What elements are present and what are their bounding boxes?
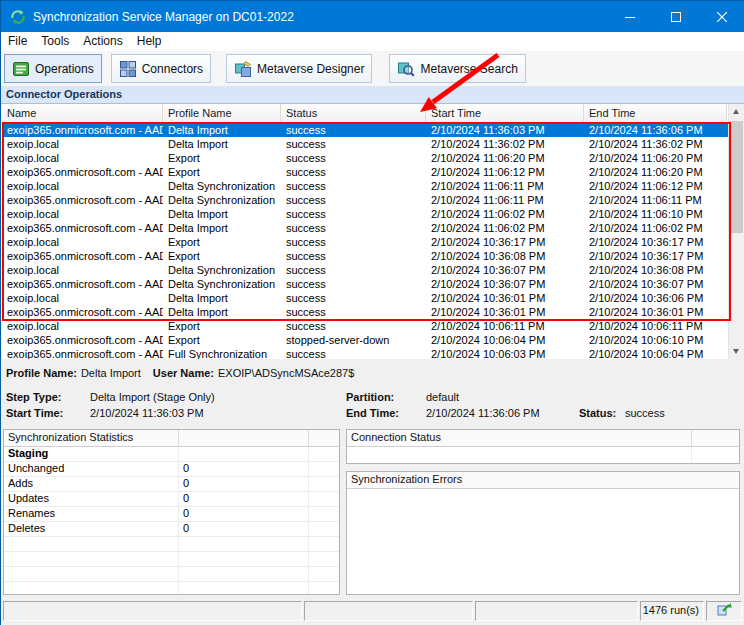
- start-time-label: Start Time:: [6, 407, 90, 419]
- table-row[interactable]: exoip.localDelta Synchronizationsuccess2…: [2, 179, 743, 193]
- cell-profile: Delta Import: [163, 291, 281, 305]
- cell-status: success: [281, 165, 426, 179]
- table-row[interactable]: exoip.localExportsuccess2/10/2024 10:36:…: [2, 235, 743, 249]
- cell-name: exoip.local: [2, 137, 163, 151]
- cell-end: 2/10/2024 10:36:01 PM: [584, 305, 727, 319]
- stats-row: Updates0: [4, 492, 339, 507]
- stats-value: 0: [179, 462, 309, 476]
- toolbar-button-label: Metaverse Search: [420, 62, 517, 76]
- app-window: Synchronization Service Manager on DC01-…: [0, 0, 744, 625]
- menu-item-help[interactable]: Help: [130, 32, 169, 51]
- vertical-scrollbar[interactable]: [728, 104, 743, 359]
- minimize-button[interactable]: [607, 1, 653, 32]
- toolbar-button-label: Metaverse Designer: [257, 62, 364, 76]
- table-row[interactable]: exoip365.onmicrosoft.com - AADDelta Sync…: [2, 193, 743, 207]
- partition-value: default: [426, 391, 459, 403]
- stats-body: StagingUnchanged0Adds0Updates0Renames0De…: [4, 447, 339, 595]
- cell-status: success: [281, 249, 426, 263]
- table-row[interactable]: exoip.localDelta Importsuccess2/10/2024 …: [2, 137, 743, 151]
- partition-label: Partition:: [346, 391, 426, 403]
- column-header-status[interactable]: Status: [281, 104, 426, 123]
- cell-profile: Delta Synchronization: [163, 193, 281, 207]
- toolbar-button-operations[interactable]: Operations: [4, 54, 102, 83]
- connection-panel-header-spacer: [692, 430, 739, 446]
- stats-panel-header-spacer: [179, 430, 309, 446]
- cell-status: success: [281, 319, 426, 333]
- cell-end: 2/10/2024 10:36:17 PM: [584, 249, 727, 263]
- table-row[interactable]: exoip365.onmicrosoft.com - AADDelta Sync…: [2, 277, 743, 291]
- chevron-up-icon: [733, 109, 739, 114]
- menu-item-tools[interactable]: Tools: [34, 32, 76, 51]
- cell-profile: Delta Import: [163, 221, 281, 235]
- stats-empty-row: [4, 567, 339, 582]
- cell-end: 2/10/2024 10:06:10 PM: [584, 333, 727, 347]
- cell-name: exoip.local: [2, 263, 163, 277]
- operations-icon: [12, 60, 30, 78]
- cell-profile: Export: [163, 333, 281, 347]
- cell-status: success: [281, 221, 426, 235]
- table-row[interactable]: exoip.localDelta Importsuccess2/10/2024 …: [2, 291, 743, 305]
- table-row[interactable]: exoip365.onmicrosoft.com - AADDelta Impo…: [2, 221, 743, 235]
- stats-label: Unchanged: [4, 462, 179, 476]
- table-row[interactable]: exoip365.onmicrosoft.com - AADDelta Impo…: [2, 123, 743, 137]
- table-row[interactable]: exoip.localDelta Importsuccess2/10/2024 …: [2, 207, 743, 221]
- table-row[interactable]: exoip.localDelta Synchronizationsuccess2…: [2, 263, 743, 277]
- cell-end: 2/10/2024 10:36:08 PM: [584, 263, 727, 277]
- column-header-name[interactable]: Name: [2, 104, 163, 123]
- table-row[interactable]: exoip365.onmicrosoft.com - AADExportsucc…: [2, 249, 743, 263]
- table-row[interactable]: exoip.localExportsuccess2/10/2024 11:06:…: [2, 151, 743, 165]
- cell-end: 2/10/2024 11:06:02 PM: [584, 221, 727, 235]
- column-header-start[interactable]: Start Time: [426, 104, 584, 123]
- cell-profile: Delta Synchronization: [163, 277, 281, 291]
- scroll-down-button[interactable]: [729, 344, 743, 359]
- maximize-button[interactable]: [653, 1, 699, 32]
- profile-name-label: Profile Name:: [6, 367, 77, 379]
- metaverse-search-icon: [397, 60, 415, 78]
- step-type-label: Step Type:: [6, 391, 90, 403]
- run-count: 1476 run(s): [640, 601, 704, 621]
- table-row[interactable]: exoip365.onmicrosoft.com - AADExportstop…: [2, 333, 743, 347]
- stats-empty-value: [179, 552, 309, 566]
- scrollbar-thumb[interactable]: [729, 121, 743, 233]
- menu-item-actions[interactable]: Actions: [76, 32, 129, 51]
- table-row[interactable]: exoip.localExportsuccess2/10/2024 10:06:…: [2, 319, 743, 333]
- toolbar-button-metaverse-designer[interactable]: Metaverse Designer: [226, 54, 372, 83]
- table-row[interactable]: exoip365.onmicrosoft.com - AADDelta Impo…: [2, 305, 743, 319]
- status-bar-icon-section[interactable]: [706, 601, 742, 621]
- cell-profile: Export: [163, 151, 281, 165]
- cell-status: success: [281, 347, 426, 359]
- stats-group-row: Staging: [4, 447, 339, 462]
- table-row[interactable]: exoip365.onmicrosoft.com - AADExportsucc…: [2, 165, 743, 179]
- cell-status: stopped-server-down: [281, 333, 426, 347]
- cell-name: exoip365.onmicrosoft.com - AAD: [2, 123, 163, 137]
- cell-start: 2/10/2024 10:06:03 PM: [426, 347, 584, 359]
- step-type-field: Step Type:Delta Import (Stage Only): [6, 391, 215, 403]
- cell-name: exoip.local: [2, 179, 163, 193]
- cell-status: success: [281, 137, 426, 151]
- cell-status: success: [281, 179, 426, 193]
- toolbar: OperationsConnectorsMetaverse DesignerMe…: [1, 51, 744, 87]
- close-button[interactable]: [699, 1, 744, 32]
- cell-name: exoip365.onmicrosoft.com - AAD: [2, 277, 163, 291]
- cell-start: 2/10/2024 10:36:08 PM: [426, 249, 584, 263]
- menu-item-file[interactable]: File: [1, 32, 34, 51]
- cell-end: 2/10/2024 11:06:12 PM: [584, 179, 727, 193]
- start-time-field: Start Time:2/10/2024 11:36:03 PM: [6, 407, 204, 419]
- stats-label: Deletes: [4, 522, 179, 536]
- cell-profile: Export: [163, 235, 281, 249]
- cell-profile: Delta Synchronization: [163, 179, 281, 193]
- scroll-up-button[interactable]: [729, 104, 743, 119]
- cell-status: success: [281, 263, 426, 277]
- column-header-end[interactable]: End Time: [584, 104, 727, 123]
- toolbar-button-connectors[interactable]: Connectors: [111, 54, 211, 83]
- column-header-profile[interactable]: Profile Name: [163, 104, 281, 123]
- stats-empty-value: [179, 567, 309, 581]
- chevron-down-icon: [733, 349, 739, 354]
- table-row[interactable]: exoip365.onmicrosoft.com - AADFull Synch…: [2, 347, 743, 359]
- stats-empty-label: [4, 537, 179, 551]
- cell-status: success: [281, 193, 426, 207]
- cell-profile: Export: [163, 249, 281, 263]
- toolbar-button-metaverse-search[interactable]: Metaverse Search: [389, 54, 525, 83]
- metaverse-designer-icon: [234, 60, 252, 78]
- status-field: Status:success: [579, 407, 665, 419]
